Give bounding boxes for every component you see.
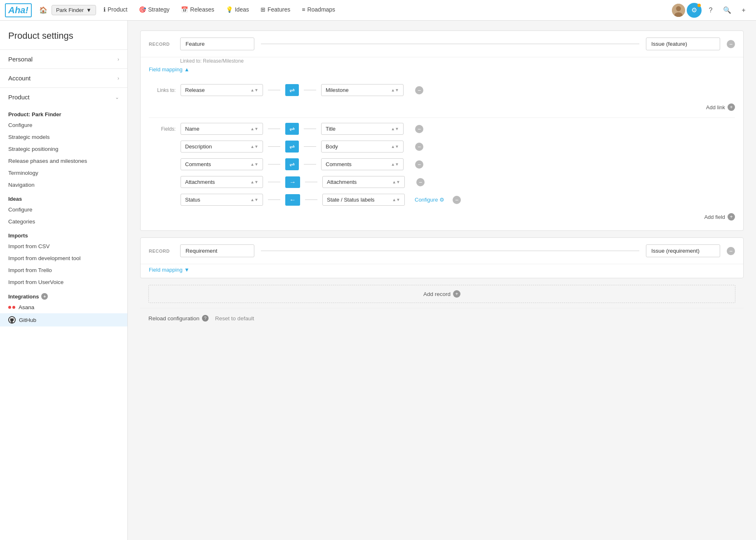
requirement-record-connector [261,251,639,251]
sidebar-item-ideas-configure[interactable]: Configure [0,204,127,216]
ideas-icon: 💡 [226,6,233,13]
add-record-row[interactable]: Add record + [148,285,735,303]
add-integration-button[interactable]: + [41,293,48,300]
top-nav: Aha! 🏠 Park Finder ▼ ℹ Product 🎯 Strateg… [0,0,756,21]
sidebar-item-strategic-models[interactable]: Strategic models [0,131,127,143]
mapping-line-2 [304,90,316,90]
field-left-name[interactable]: Name ▲▼ [181,123,263,135]
notification-dot [697,4,701,7]
releases-icon: 📅 [181,6,188,13]
sidebar-item-strategic-positioning[interactable]: Strategic positioning [0,143,127,155]
add-button[interactable]: + [736,3,751,18]
product-selector[interactable]: Park Finder ▼ [52,5,96,15]
requirement-record-label: RECORD [149,249,174,254]
nav-roadmaps[interactable]: ≡ Roadmaps [296,0,341,21]
requirement-record-card: RECORD Requirement Issue (requirement) −… [140,237,744,278]
field-right-comments[interactable]: Comments ▲▼ [321,158,404,170]
field-right-body[interactable]: Body ▲▼ [321,141,404,153]
sidebar-item-import-dev[interactable]: Import from development tool [0,252,127,264]
nav-right: ⚙ ? 🔍 + [672,3,751,18]
remove-field-attachments-button[interactable]: − [416,178,425,186]
sidebar-account-header[interactable]: Account › [0,69,127,87]
select-arrow-icon: ▲▼ [250,88,258,92]
sidebar-item-release-phases[interactable]: Release phases and milestones [0,155,127,167]
field-left-status[interactable]: Status ▲▼ [181,194,263,206]
sidebar-item-import-csv[interactable]: Import from CSV [0,240,127,252]
remove-field-name-button[interactable]: − [415,125,423,133]
fields-label: Fields: [149,126,176,132]
field-sync-status-button[interactable]: ← [285,194,300,206]
field-sync-description-button[interactable]: ⇌ [285,141,299,153]
nav-ideas[interactable]: 💡 Ideas [220,0,255,21]
mapping-line [268,90,280,90]
sidebar-item-ideas-categories[interactable]: Categories [0,216,127,228]
settings-button[interactable]: ⚙ [687,3,702,18]
reload-configuration-button[interactable]: Reload configuration ? [148,315,209,322]
field-row-description: Description ▲▼ ⇌ Body ▲▼ − [149,141,735,153]
remove-link-button[interactable]: − [415,86,423,94]
remove-feature-record-button[interactable]: − [727,40,735,48]
field-row-comments: Comments ▲▼ ⇌ Comments ▲▼ − [149,158,735,170]
field-left-attachments[interactable]: Attachments ▲▼ [181,176,263,188]
field-left-description[interactable]: Description ▲▼ [181,141,263,153]
field-left-comments[interactable]: Comments ▲▼ [181,158,263,170]
field-sync-name-button[interactable]: ⇌ [285,123,299,135]
chevron-down-icon-3: ▼ [184,267,190,273]
requirement-field-mapping-toggle[interactable]: Field mapping ▼ [141,264,743,278]
nav-strategy[interactable]: 🎯 Strategy [133,0,175,21]
avatar[interactable] [672,4,685,17]
sidebar-product-header[interactable]: Product ⌄ [0,88,127,106]
field-sync-attachments-button[interactable]: → [285,176,300,188]
sidebar-item-terminology[interactable]: Terminology [0,167,127,179]
sidebar-personal-header[interactable]: Personal › [0,50,127,68]
field-row-name: Fields: Name ▲▼ ⇌ Title ▲▼ − [149,123,735,135]
remove-requirement-record-button[interactable]: − [727,247,735,255]
reset-to-default-button[interactable]: Reset to default [215,315,254,322]
sidebar: Product settings Personal › Account › Pr… [0,21,128,540]
feature-record-right-field: Issue (feature) [646,38,720,50]
nav-features[interactable]: ⊞ Features [255,0,296,21]
field-right-title[interactable]: Title ▲▼ [321,123,404,135]
add-field-row[interactable]: Add field + [149,211,735,224]
home-icon[interactable]: 🏠 [35,6,52,14]
help-icon[interactable]: ? [202,315,209,322]
remove-field-status-button[interactable]: − [453,196,461,204]
reload-row: Reload configuration ? Reset to default [140,308,744,328]
remove-field-comments-button[interactable]: − [415,160,423,169]
imports-section-title: Imports [0,228,127,240]
links-to-left-select[interactable]: Release ▲▼ [181,84,263,96]
field-row-status: Status ▲▼ ← State / Status labels ▲▼ Con… [149,194,735,206]
field-row-attachments: Attachments ▲▼ → Attachments ▲▼ − [149,176,735,188]
links-sync-button[interactable]: ⇌ [285,84,299,96]
sidebar-item-import-trello[interactable]: Import from Trello [0,264,127,276]
sidebar-item-asana[interactable]: Asana [0,301,127,313]
nav-product[interactable]: ℹ Product [98,0,133,21]
nav-releases[interactable]: 📅 Releases [175,0,220,21]
search-button[interactable]: 🔍 [720,3,735,18]
add-link-row[interactable]: Add link + [149,102,735,114]
ideas-section-title: Ideas [0,191,127,204]
sidebar-item-navigation[interactable]: Navigation [0,179,127,191]
field-mapping-toggle[interactable]: Field mapping ▲ [141,64,743,77]
links-to-right-select[interactable]: Milestone ▲▼ [321,84,404,96]
strategy-icon: 🎯 [139,6,146,13]
field-sync-comments-button[interactable]: ⇌ [285,158,299,170]
remove-field-description-button[interactable]: − [415,143,423,151]
sidebar-item-import-uservoice[interactable]: Import from UserVoice [0,276,127,288]
field-right-attachments[interactable]: Attachments ▲▼ [322,176,405,188]
roadmaps-icon: ≡ [302,6,305,13]
feature-record-left-field: Feature [180,38,254,50]
requirement-record-left-field: Requirement [180,244,254,257]
sidebar-item-configure[interactable]: Configure [0,119,127,131]
select-arrow-icon-2: ▲▼ [391,88,399,92]
field-right-status[interactable]: State / Status labels ▲▼ [322,194,405,206]
sidebar-section-account: Account › [0,68,127,87]
configure-status-button[interactable]: Configure ⚙ [415,197,444,203]
record-connector [261,44,639,44]
page-layout: Product settings Personal › Account › Pr… [0,21,756,540]
features-icon: ⊞ [261,6,265,13]
sidebar-item-github[interactable]: GitHub [0,313,127,326]
github-icon [8,316,16,324]
help-button[interactable]: ? [703,3,718,18]
info-icon: ℹ [103,6,106,13]
